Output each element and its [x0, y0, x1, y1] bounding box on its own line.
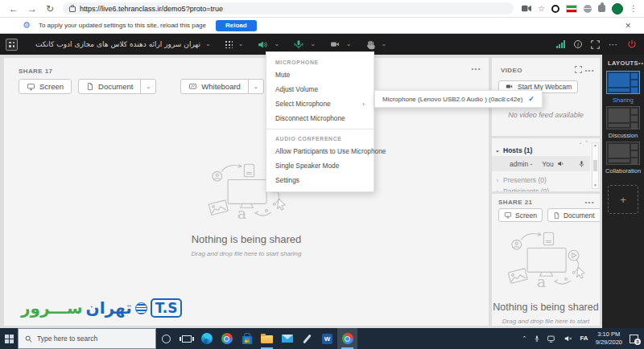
- microphone-device-item[interactable]: Microphone (Lenovo USB2.0 Audio ) (0ac8:…: [382, 96, 522, 103]
- action-center-icon[interactable]: 3: [630, 335, 638, 343]
- language-indicator[interactable]: FA: [580, 335, 588, 342]
- menu-item-adjust-volume[interactable]: Adjust Volume: [266, 82, 374, 96]
- store-button[interactable]: [237, 328, 257, 349]
- lock-icon[interactable]: [69, 6, 76, 12]
- tray-network-icon[interactable]: [547, 335, 556, 343]
- profile-avatar[interactable]: [612, 3, 623, 14]
- logo-word-tehran: تهران: [86, 298, 132, 318]
- share-document-button[interactable]: Document ⌄: [78, 79, 156, 94]
- share-screen-button[interactable]: Screen: [498, 208, 543, 222]
- tray-expand-icon[interactable]: ⌃: [522, 335, 527, 342]
- attendee-row-admin[interactable]: admin - You: [492, 156, 590, 171]
- document-icon: [86, 82, 94, 91]
- adobe-connect-app-icon[interactable]: [6, 39, 18, 51]
- toolbar-overflow-icon[interactable]: ⋯: [609, 43, 618, 46]
- video-fullscreen-icon[interactable]: [575, 66, 582, 73]
- video-pod-menu-icon[interactable]: •••: [584, 68, 595, 74]
- mail-button[interactable]: [277, 328, 297, 349]
- bookmark-star-icon[interactable]: ☆: [538, 5, 545, 13]
- connection-status-icon[interactable]: [556, 40, 565, 48]
- scroll-up-icon[interactable]: ▲: [593, 144, 597, 148]
- chevron-down-icon[interactable]: ⌄: [346, 41, 352, 47]
- menu-item-allow-participants[interactable]: Allow Participants to Use Microphone: [266, 144, 374, 158]
- attendees-presenters-group[interactable]: › Presenters (0): [492, 174, 590, 186]
- end-meeting-power-icon[interactable]: [627, 39, 637, 49]
- browser-toolbar: ← → ↻ https://live6.tehranclass.ir/demo5…: [0, 0, 644, 18]
- add-layout-button[interactable]: +: [608, 185, 638, 214]
- media-camera-icon[interactable]: [522, 5, 531, 12]
- document-dropdown-caret[interactable]: ⌄: [140, 80, 155, 93]
- layouts-menu-icon[interactable]: •••: [638, 60, 644, 66]
- speaker-icon[interactable]: [257, 39, 268, 50]
- plus-icon: +: [620, 194, 626, 206]
- attendees-scrollbar[interactable]: ▲ ▼: [592, 142, 599, 189]
- share-screen-button[interactable]: Screen: [19, 79, 72, 94]
- chevron-down-icon[interactable]: ⌄: [238, 41, 244, 47]
- menu-item-select-microphone[interactable]: Select Microphone ›: [266, 96, 374, 111]
- menu-divider: [266, 129, 374, 129]
- menu-section-audio-conference: AUDIO CONFERENCE: [266, 133, 374, 144]
- tray-volume-muted-icon[interactable]: [564, 335, 572, 343]
- layout-label-sharing[interactable]: Sharing: [602, 96, 644, 104]
- whiteboard-dropdown-caret[interactable]: ⌄: [248, 80, 263, 93]
- attendees-hosts-group[interactable]: ⌄ Hosts (1): [492, 145, 590, 156]
- forward-icon[interactable]: →: [27, 4, 37, 14]
- word-button[interactable]: W: [317, 328, 337, 349]
- browser-menu-icon[interactable]: ⋮: [630, 5, 638, 13]
- share-pod-menu-icon[interactable]: •••: [471, 66, 481, 72]
- reload-button[interactable]: Reload: [216, 20, 257, 31]
- room-title-menu[interactable]: تهران سرور ارائه دهنده کلاس های مجازی اد…: [35, 40, 211, 48]
- pods-grid-icon[interactable]: [225, 40, 233, 48]
- taskbar-search[interactable]: Type here to search: [18, 328, 156, 349]
- layout-thumb-collaboration[interactable]: [606, 142, 640, 165]
- screen-icon: [504, 211, 512, 219]
- layout-label-discussion[interactable]: Discussion: [602, 132, 644, 139]
- url-text[interactable]: https://live6.tehranclass.ir/demo5?proto…: [80, 5, 223, 13]
- pen-app-button[interactable]: [297, 328, 317, 349]
- back-icon[interactable]: ←: [9, 4, 19, 14]
- extension-ring-icon[interactable]: [551, 5, 559, 13]
- layout-label-collaboration[interactable]: Collaboration: [602, 167, 644, 174]
- tray-clock[interactable]: 3:10 PM 9/29/2020: [596, 331, 622, 347]
- notification-close-icon[interactable]: ✕: [625, 22, 631, 30]
- share-whiteboard-button[interactable]: Whiteboard ⌄: [180, 79, 263, 94]
- raise-hand-icon[interactable]: [365, 39, 376, 50]
- chrome-pinned-button[interactable]: [217, 328, 237, 349]
- fullscreen-icon[interactable]: [591, 40, 600, 49]
- search-placeholder: Type here to search: [37, 335, 97, 343]
- document-icon: [553, 211, 560, 220]
- chevron-down-icon[interactable]: ⌄: [310, 41, 316, 47]
- edge-button[interactable]: [196, 328, 217, 349]
- start-button[interactable]: [0, 328, 18, 349]
- scroll-down-icon[interactable]: ▼: [593, 184, 597, 188]
- task-view-icon: [182, 335, 192, 343]
- tray-mic-icon[interactable]: [534, 335, 540, 343]
- file-explorer-button[interactable]: [257, 328, 277, 349]
- attendee-mic-icon[interactable]: [578, 160, 585, 168]
- address-bar[interactable]: https://live6.tehranclass.ir/demo5?proto…: [63, 2, 514, 14]
- reload-icon[interactable]: ↻: [46, 4, 54, 14]
- menu-item-settings[interactable]: Settings: [266, 173, 374, 187]
- search-icon: [25, 335, 32, 343]
- attendees-participants-group[interactable]: › Participants (0): [492, 186, 590, 191]
- help-info-icon[interactable]: i: [574, 40, 582, 48]
- scrollbar-thumb[interactable]: [593, 160, 597, 171]
- menu-item-mute[interactable]: Mute: [266, 68, 374, 82]
- share-side-menu-icon[interactable]: •••: [584, 199, 595, 206]
- chevron-down-icon[interactable]: ⌄: [274, 41, 279, 47]
- layout-thumb-sharing[interactable]: [606, 71, 640, 94]
- extension-globe-icon[interactable]: [584, 5, 592, 13]
- chevron-down-icon[interactable]: ⌄: [382, 41, 387, 47]
- chrome-active-button[interactable]: [337, 328, 357, 349]
- menu-item-disconnect-microphone[interactable]: Disconnect Microphone: [266, 111, 374, 125]
- extensions-puzzle-icon[interactable]: [598, 5, 605, 12]
- share-document-button[interactable]: Document ⌄: [547, 208, 600, 222]
- menu-item-single-speaker[interactable]: Single Speaker Mode: [266, 158, 374, 173]
- microphone-icon[interactable]: [293, 39, 304, 50]
- layout-thumb-discussion[interactable]: [606, 106, 640, 129]
- task-view-button[interactable]: [176, 328, 196, 349]
- webcam-icon[interactable]: [329, 39, 341, 49]
- share-empty-title: Nothing is being shared: [4, 233, 489, 245]
- cortana-button[interactable]: [156, 328, 176, 349]
- extension-flag-icon[interactable]: [566, 5, 577, 13]
